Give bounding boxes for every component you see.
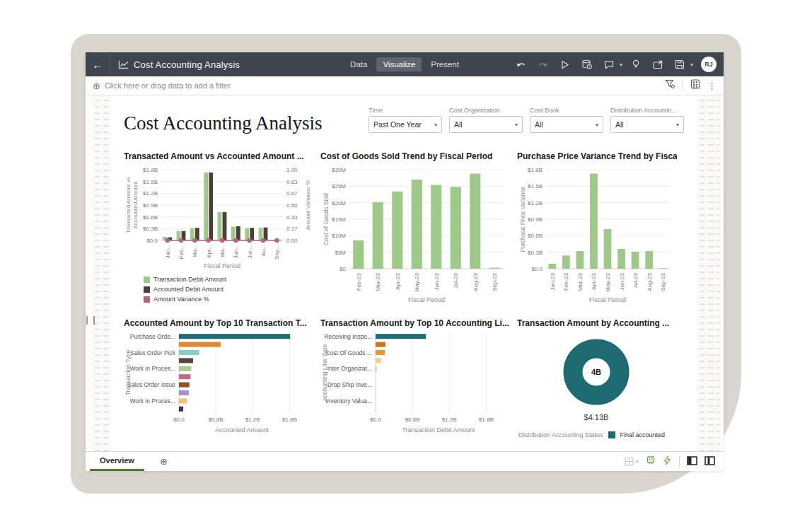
- svg-text:Jul-...: Jul-...: [247, 245, 253, 259]
- svg-text:$5M: $5M: [335, 250, 346, 256]
- mode-tabs: Data Visualize Present: [344, 57, 465, 71]
- svg-text:Transaction Type: Transaction Type: [124, 349, 132, 395]
- legend-item[interactable]: Amount Variance %: [144, 296, 316, 303]
- svg-text:$15M: $15M: [332, 216, 346, 223]
- filter-cost-book: Cost Book All ▾: [530, 107, 603, 133]
- svg-text:Jan...: Jan...: [165, 245, 171, 259]
- filter-distribution-accounting-select[interactable]: All ▾: [610, 116, 684, 133]
- chart-plot[interactable]: 4B$4.13B: [517, 331, 677, 427]
- avatar[interactable]: RJ: [701, 57, 717, 72]
- svg-text:Mar-23: Mar-23: [375, 272, 381, 291]
- panel-left-outline-icon[interactable]: [704, 455, 715, 468]
- svg-text:Sales Order Pick: Sales Order Pick: [130, 349, 176, 356]
- svg-text:$30M: $30M: [332, 167, 346, 173]
- add-filter-text: Click here or drag data to add a filter: [105, 81, 231, 90]
- legend-item[interactable]: Transaction Debit Amount: [144, 276, 226, 283]
- filter-settings-icon[interactable]: [665, 79, 675, 92]
- chart-title: Transaction Amount by Top 10 Accounting …: [320, 318, 513, 328]
- canvas-resize-handle[interactable]: [86, 316, 95, 325]
- filter-time-select[interactable]: Past One Year ▾: [369, 116, 442, 133]
- add-filter-area[interactable]: ⊕ Click here or drag data to add a filte…: [93, 81, 231, 91]
- notes-caret-icon[interactable]: ▾: [620, 62, 622, 68]
- svg-text:Transacted Amount vs: Transacted Amount vs: [125, 177, 132, 233]
- svg-text:$1.2B: $1.2B: [528, 200, 543, 206]
- svg-text:Jun...: Jun...: [233, 245, 239, 259]
- spark-icon[interactable]: [663, 455, 672, 468]
- svg-text:$1.8B: $1.8B: [479, 417, 494, 423]
- svg-text:Jun-23: Jun-23: [619, 272, 625, 290]
- svg-text:May-23: May-23: [605, 272, 611, 291]
- back-button[interactable]: ←: [86, 52, 110, 76]
- run-icon[interactable]: [557, 56, 574, 73]
- svg-text:Feb...: Feb...: [178, 245, 185, 259]
- chart-accounted-by-transaction-type[interactable]: Accounted Amount by Top 10 Transaction T…: [124, 318, 316, 438]
- chart-plot[interactable]: $0.0$0.6B$1.2B$1.8BPurchase Orde...Sales…: [124, 331, 316, 437]
- svg-text:Fiscal Period: Fiscal Period: [204, 262, 240, 269]
- kebab-menu-icon[interactable]: ⋮: [707, 81, 717, 91]
- present-window-icon[interactable]: [649, 56, 666, 73]
- canvas-tab-overview[interactable]: Overview: [90, 452, 144, 471]
- chart-title: Accounted Amount by Top 10 Transaction T…: [124, 318, 316, 328]
- svg-text:Sep...: Sep...: [274, 245, 280, 260]
- filter-time: Time Past One Year ▾: [369, 107, 442, 133]
- panel-left-filled-icon[interactable]: [687, 455, 697, 468]
- chart-transaction-by-accounting-line[interactable]: Transaction Amount by Top 10 Accounting …: [320, 318, 513, 438]
- tab-present[interactable]: Present: [424, 57, 465, 71]
- page-header: Cost Accounting Analysis Time Past One Y…: [124, 107, 684, 134]
- tab-data[interactable]: Data: [344, 57, 373, 71]
- insights-lightbulb-icon[interactable]: [627, 56, 644, 73]
- svg-text:Accounted Amount: Accounted Amount: [215, 426, 269, 434]
- svg-text:Au...: Au...: [260, 245, 267, 256]
- chart-plot[interactable]: $0.0$0.6B$1.2B$1.8BReceiving Inspe...Cos…: [320, 331, 513, 437]
- svg-text:4B: 4B: [591, 368, 601, 376]
- svg-text:Apr...: Apr...: [206, 245, 212, 258]
- filter-label: Cost Organization: [449, 107, 523, 114]
- svg-text:$0: $0: [340, 266, 346, 272]
- svg-text:Jun-23: Jun-23: [434, 272, 440, 290]
- svg-text:$1.8B: $1.8B: [282, 417, 297, 423]
- undo-icon[interactable]: [513, 56, 530, 73]
- svg-text:0.50: 0.50: [286, 202, 298, 209]
- dashboard-canvas: Cost Accounting Analysis Time Past One Y…: [111, 95, 697, 451]
- svg-text:Jul-23: Jul-23: [632, 272, 639, 288]
- chart-ppv-trend[interactable]: Purchase Price Variance Trend by Fiscal.…: [517, 151, 677, 307]
- svg-text:$4.13B: $4.13B: [584, 413, 609, 421]
- svg-text:$1.2B: $1.2B: [245, 417, 260, 423]
- notes-icon[interactable]: [601, 56, 617, 73]
- legend-item[interactable]: Accounted Debit Amount: [144, 286, 224, 293]
- chart-transaction-by-accounting-status[interactable]: Transaction Amount by Accounting ... 4B$…: [517, 318, 677, 438]
- footer-divider: [679, 456, 680, 467]
- chart-title: Purchase Price Variance Trend by Fiscal.…: [517, 151, 677, 161]
- data-chip-icon[interactable]: [646, 455, 656, 468]
- chart-plot[interactable]: $0.00.00$0.3B0.17$0.6B0.33$0.9B0.50$1.2B…: [124, 164, 316, 273]
- svg-text:Feb-23: Feb-23: [563, 272, 569, 291]
- chart-plot[interactable]: $0$5M$10M$15M$20M$25M$30MFeb-23Mar-23Apr…: [320, 164, 513, 307]
- add-canvas-icon[interactable]: ⊕: [160, 456, 168, 467]
- chart-title: Transaction Amount by Accounting ...: [517, 318, 677, 328]
- chart-plot[interactable]: $0.0$0.3B$0.6B$0.9B$1.2B$1.5B$1.8BJan-23…: [517, 164, 677, 307]
- canvas-properties-icon[interactable]: [690, 79, 700, 92]
- filter-cost-organization-select[interactable]: All ▾: [449, 116, 523, 133]
- chart-transacted-vs-accounted[interactable]: Transacted Amount vs Accounted Amount ..…: [124, 151, 316, 307]
- svg-text:Transaction Debit Amount: Transaction Debit Amount: [402, 426, 475, 434]
- svg-text:Accounting Line Type: Accounting Line Type: [321, 344, 328, 401]
- svg-text:$25M: $25M: [332, 183, 346, 190]
- refresh-data-icon[interactable]: [579, 56, 596, 73]
- save-caret-icon[interactable]: ▾: [690, 62, 693, 68]
- svg-text:$1.2B: $1.2B: [442, 417, 457, 423]
- svg-text:$0.9B: $0.9B: [528, 216, 543, 223]
- svg-text:$0.6B: $0.6B: [528, 233, 543, 239]
- svg-text:0.33: 0.33: [286, 214, 298, 221]
- filter-cost-book-select[interactable]: All ▾: [530, 116, 603, 133]
- svg-text:$1.8B: $1.8B: [143, 167, 158, 173]
- svg-text:$0.0: $0.0: [531, 266, 543, 272]
- svg-text:Ma...: Ma...: [192, 245, 198, 257]
- chart-cogs-trend[interactable]: Cost of Goods Sold Trend by Fiscal Perio…: [320, 151, 513, 307]
- svg-text:Apr-23: Apr-23: [395, 272, 401, 290]
- svg-text:Ma...: Ma...: [219, 245, 226, 257]
- dashboard-filters: Time Past One Year ▾ Cost Organization A…: [369, 107, 684, 133]
- footer-actions: ▾: [625, 455, 724, 468]
- svg-text:$0.0: $0.0: [370, 417, 381, 423]
- tab-visualize[interactable]: Visualize: [376, 57, 422, 71]
- save-icon[interactable]: [671, 56, 688, 73]
